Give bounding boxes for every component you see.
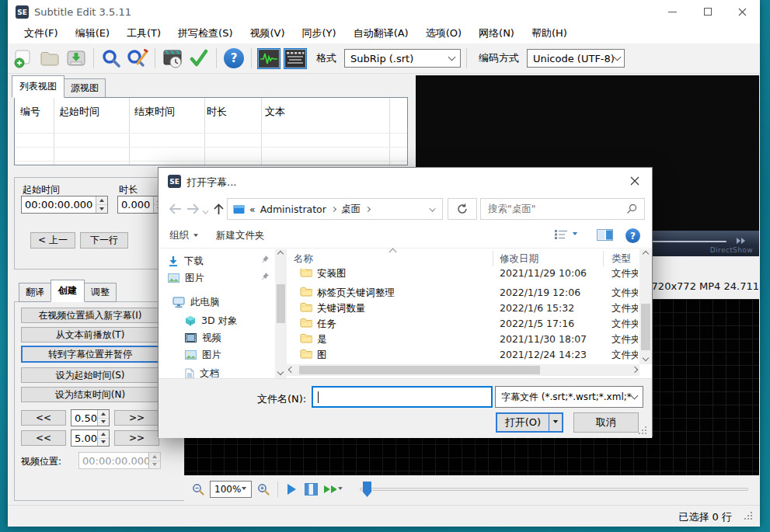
menu-network[interactable]: 网络(N) [470,23,523,43]
slider-thumb[interactable] [363,482,371,497]
back-button[interactable] [166,200,183,217]
sidebar-item-this-pc[interactable]: 此电脑 [172,294,220,310]
dialog-help-button[interactable]: ? [625,228,640,243]
column-duration[interactable]: 时长 [207,105,227,119]
tab-create[interactable]: 创建 [51,280,85,302]
start-time-spinner[interactable]: 00:00:00.000 [21,196,108,214]
minimize-button[interactable] [655,0,690,23]
scrollbar-thumb[interactable] [277,284,285,323]
preview-pane-button[interactable] [597,229,613,241]
column-text[interactable]: 文本 [265,105,285,119]
view-mode-button[interactable] [555,229,578,240]
file-column-type[interactable]: 类型 [611,252,631,266]
file-type-select[interactable]: 字幕文件 (*.srt;*.wsrt;*.xml;*.t [495,386,643,408]
save-button[interactable] [64,47,88,70]
encoding-select[interactable]: Unicode (UTF-8) [527,49,625,68]
file-row[interactable]: 是2021/11/30 18:07文件夹 [287,331,638,346]
play-from-text-button[interactable]: 从文本前播放(T) [21,327,159,342]
close-button[interactable] [725,0,760,23]
filelist-scrollbar[interactable] [639,249,652,364]
filename-input[interactable] [312,386,493,408]
new-folder-button[interactable]: 新建文件夹 [216,229,265,242]
file-row[interactable]: 任务2022/1/5 17:16文件夹 [287,315,638,331]
scroll-down-icon[interactable] [643,356,648,360]
seek-forward-small-button[interactable]: >> [114,410,159,426]
recent-locations-button[interactable] [200,202,211,219]
column-end-time[interactable]: 结束时间 [134,105,175,119]
seek-back-small-button[interactable]: << [21,410,66,426]
menu-video[interactable]: 视频(V) [241,23,293,43]
sidebar-item-downloads[interactable]: 下载 [168,253,204,269]
sidebar-item-pictures-pinned[interactable]: 图片 [168,270,204,286]
address-dropdown-icon[interactable] [429,205,435,211]
spin-buttons[interactable] [97,410,109,426]
sidebar-item-documents[interactable]: 文档 [185,366,219,378]
menu-tools[interactable]: 工具(T) [118,23,169,43]
tab-translate[interactable]: 翻译 [19,283,51,302]
breadcrumb-administrator[interactable]: Administrator [260,203,326,215]
subtitle-table[interactable]: 编号 起始时间 结束时间 时长 文本 [14,97,408,165]
find-button[interactable] [99,47,123,70]
seek-back-large-button[interactable]: << [21,430,66,446]
menu-help[interactable]: 帮助(H) [523,23,576,43]
scrollbar-thumb[interactable] [299,366,540,374]
open-dropdown-button[interactable] [549,414,562,431]
file-row[interactable]: 图2021/12/24 14:23文件夹 [287,346,638,362]
address-bar[interactable]: « Administrator 桌面 [227,198,443,220]
menu-file[interactable]: 文件(F) [16,23,67,43]
menu-options[interactable]: 选项(O) [417,23,470,43]
cancel-button[interactable]: 取消 [573,412,639,433]
tab-source-view[interactable]: 源视图 [64,78,106,98]
sidebar-item-videos[interactable]: 视频 [185,330,221,346]
file-row[interactable]: 关键词数量2022/1/6 15:32文件夹 [287,300,638,315]
goto-subtitle-pause-button[interactable]: 转到字幕位置并暂停 [21,346,159,363]
small-step-spinner[interactable]: 0.500 [71,409,110,426]
replace-button[interactable] [126,47,149,70]
dialog-resize-grip[interactable] [645,433,646,434]
menu-autotranslate[interactable]: 自动翻译(A) [345,23,417,43]
open-file-button[interactable] [38,47,61,70]
up-button[interactable] [210,200,227,217]
file-row[interactable]: 安装图2021/11/29 10:06文件夹 [287,269,638,284]
file-column-name[interactable]: 名称 [294,252,313,266]
file-row[interactable]: 标签页关键词整理2022/1/19 12:06文件夹 [287,284,638,300]
waveform-position-slider[interactable] [360,482,748,497]
column-start-time[interactable]: 起始时间 [59,105,99,119]
scroll-right-icon[interactable] [632,367,637,372]
refresh-button[interactable] [448,198,477,220]
waveform-toggle-button[interactable] [257,48,280,69]
zoom-in-button[interactable] [256,482,271,497]
menu-sync[interactable]: 同步(Y) [294,23,345,43]
slider-track[interactable] [360,488,748,491]
menu-spellcheck[interactable]: 拼写检查(S) [169,23,241,43]
dialog-close-button[interactable] [624,172,646,190]
new-file-button[interactable] [12,47,35,70]
playback-speed-button[interactable] [323,482,343,497]
help-button[interactable]: ? [222,47,246,70]
show-grid-button[interactable] [302,482,319,497]
tab-list-view[interactable]: 列表视图 [12,75,64,98]
sidebar-item-3d-objects[interactable]: 3D 对象 [185,313,238,329]
spin-buttons[interactable] [96,196,107,213]
next-line-button[interactable]: 下一行 [80,232,128,249]
previous-line-button[interactable]: < 上一 [30,232,75,249]
scroll-left-icon[interactable] [289,367,294,372]
fast-forward-icon[interactable] [737,238,745,244]
spell-check-button[interactable] [187,47,211,70]
zoom-level-select[interactable]: 100% [210,481,252,498]
spin-buttons[interactable] [97,430,109,446]
video-toggle-button[interactable] [284,48,307,69]
zoom-out-button[interactable] [190,482,206,497]
visual-sync-button[interactable] [161,47,184,70]
set-start-time-button[interactable]: 设为起始时间(S) [21,367,159,383]
seek-forward-large-button[interactable]: >> [114,430,159,446]
maximize-button[interactable] [690,0,725,23]
resize-grip[interactable] [751,518,752,520]
search-box[interactable]: 搜索"桌面" [480,198,645,220]
sidebar-scrollbar[interactable] [275,249,287,378]
organize-button[interactable]: 组织 [169,229,199,242]
forward-button[interactable] [184,200,201,217]
menu-edit[interactable]: 编辑(E) [67,23,118,43]
format-select[interactable]: SubRip (.srt) [344,49,461,68]
large-step-spinner[interactable]: 5.000 [71,429,110,447]
